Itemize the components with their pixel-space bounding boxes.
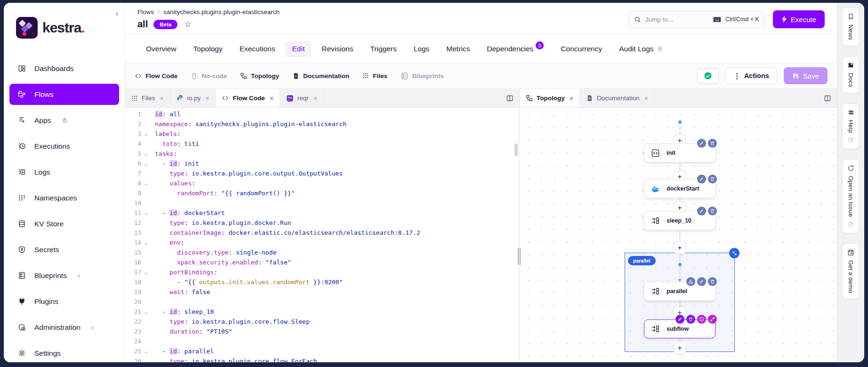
code-line[interactable]: 1id: all [125, 109, 519, 119]
close-icon[interactable]: × [644, 95, 648, 102]
code-line[interactable]: 4 toto: titi [125, 139, 519, 149]
sidebar-item-executions[interactable]: Executions [9, 136, 119, 157]
fold-chevron-icon[interactable]: ⌄ [141, 178, 151, 188]
editor-scrollbar[interactable] [514, 144, 518, 156]
tab-edit[interactable]: Edit [285, 41, 311, 57]
close-icon[interactable]: × [160, 95, 164, 102]
tab-revisions[interactable]: Revisions [315, 41, 360, 57]
code-line[interactable]: 9 randomPort: "{{ randomPort() }}" [125, 188, 519, 198]
code-line[interactable]: 20 [125, 297, 519, 307]
topology-canvas[interactable]: parallel + init+ dockerStart+ sleep_10+ … [520, 108, 837, 362]
task-node-sleep_10[interactable]: sleep_10 [644, 211, 715, 230]
code-line[interactable]: 6⌄ - id: init [125, 159, 519, 168]
code-line[interactable]: 10 [125, 198, 519, 208]
task-node-init[interactable]: init [644, 144, 715, 162]
tab-triggers[interactable]: Triggers [363, 41, 403, 57]
toolbar-view-files[interactable]: Files [362, 72, 387, 80]
editor-tab-flow-code[interactable]: Flow Code× [216, 89, 280, 107]
save-button[interactable]: Save [784, 67, 828, 84]
tab-dependencies[interactable]: Dependencies0 [480, 41, 550, 57]
fold-chevron-icon[interactable]: ⌄ [141, 267, 151, 277]
code-line[interactable]: 17⌄ portBindings: [125, 267, 519, 277]
close-icon[interactable]: × [205, 95, 209, 102]
code-line[interactable]: 18 - "{{ outputs.init.values.randomPort … [125, 277, 519, 287]
code-line[interactable]: 26 type: io.kestra.plugin.core.flow.ForE… [125, 356, 519, 362]
split-icon[interactable] [824, 95, 831, 102]
editbox-action-icon[interactable] [697, 315, 706, 324]
task-node-subflow[interactable]: subflow [644, 319, 715, 338]
cluster-badge[interactable]: parallel [628, 256, 656, 265]
task-node-parallel[interactable]: parallel [644, 282, 715, 301]
rail-news[interactable]: News [842, 8, 860, 46]
warn-action-icon[interactable] [686, 277, 695, 286]
split-icon[interactable] [506, 95, 514, 102]
sidebar-item-kv-store[interactable]: KV Store [9, 213, 119, 234]
code-line[interactable]: 25⌄ - id: parallel [125, 346, 519, 356]
sidebar-item-logs[interactable]: Logs [9, 161, 119, 183]
code-line[interactable]: 21⌄ - id: sleep_10 [125, 307, 519, 317]
fold-chevron-icon[interactable]: ⌄ [141, 129, 151, 139]
editor-tab-reqr[interactable]: reqr× [280, 89, 324, 107]
breadcrumb-flows[interactable]: Flows [137, 8, 154, 16]
pencil-action-icon[interactable] [675, 315, 684, 324]
expand-action-icon[interactable] [708, 315, 717, 324]
fold-chevron-icon[interactable]: ⌄ [141, 238, 151, 247]
close-icon[interactable]: × [570, 95, 573, 102]
trash-action-icon[interactable] [708, 139, 717, 148]
tab-executions[interactable]: Executions [233, 41, 282, 57]
toolbar-view-blueprints[interactable]: Blueprints [401, 72, 444, 80]
trash-action-icon[interactable] [708, 175, 717, 184]
execute-button[interactable]: Execute [773, 10, 825, 28]
fold-chevron-icon[interactable]: ⌄ [141, 159, 151, 168]
fold-chevron-icon[interactable]: ⌄ [141, 149, 151, 159]
trash-action-icon[interactable] [708, 207, 717, 215]
rail-docs[interactable]: Docs [842, 56, 860, 93]
code-line[interactable]: 19 wait: false [125, 287, 519, 297]
validation-status-button[interactable] [697, 68, 719, 84]
close-icon[interactable]: × [313, 95, 317, 102]
fold-chevron-icon[interactable]: ⌄ [141, 346, 151, 356]
sidebar-collapse-icon[interactable]: ‹ [116, 9, 118, 17]
sidebar-item-apps[interactable]: Apps [9, 110, 119, 131]
sidebar-item-flows[interactable]: Flows [9, 84, 119, 105]
rail-help[interactable]: Help [842, 104, 860, 150]
code-line[interactable]: 7 type: io.kestra.plugin.core.output.Out… [125, 168, 519, 178]
tab-audit-logs[interactable]: Audit Logs [612, 41, 669, 57]
fold-chevron-icon[interactable]: ⌄ [141, 208, 151, 218]
topology-tab-topology[interactable]: Topology× [520, 89, 580, 107]
tab-topology[interactable]: Topology [187, 41, 229, 57]
pencil-action-icon[interactable] [697, 175, 706, 184]
cluster-collapse-button[interactable] [729, 248, 739, 258]
code-line[interactable]: 13 containerImage: docker.elastic.co/ela… [125, 228, 519, 238]
code-line[interactable]: 24 [125, 336, 519, 346]
toolbar-view-flow-code[interactable]: Flow Code [135, 72, 177, 80]
code-line[interactable]: 14⌄ env: [125, 238, 519, 247]
toolbar-view-topology[interactable]: Topology [240, 72, 279, 80]
code-line[interactable]: 3⌄labels: [125, 129, 519, 139]
sidebar-item-plugins[interactable]: Plugins [9, 291, 119, 312]
breadcrumb-namespace[interactable]: sanitychecks.plugins.plugin-elasticsearc… [163, 8, 280, 16]
editor-tab-io-py[interactable]: io.py× [170, 89, 216, 107]
sidebar-item-namespaces[interactable]: Namespaces [9, 187, 119, 208]
pane-resize-handle[interactable] [518, 248, 522, 265]
code-line[interactable]: 8⌄ values: [125, 178, 519, 188]
code-line[interactable]: 11⌄ - id: dockerStart [125, 208, 519, 218]
toolbar-view-no-code[interactable]: No-code [191, 72, 227, 80]
code-line[interactable]: 16 xpack.security.enabled: "false" [125, 257, 519, 267]
tab-concurrency[interactable]: Concurrency [554, 41, 609, 57]
kestra-logo[interactable]: kestra. [16, 17, 125, 39]
task-node-dockerStart[interactable]: dockerStart [644, 179, 715, 198]
code-line[interactable]: 23 duration: "PT10S" [125, 327, 519, 336]
pencil-action-icon[interactable] [697, 277, 706, 286]
toolbar-view-documentation[interactable]: Documentation [292, 72, 349, 80]
topology-tab-documentation[interactable]: Documentation× [580, 89, 655, 107]
sidebar-item-settings[interactable]: Settings [9, 343, 119, 362]
rail-open-an-issue[interactable]: Open an Issue [842, 159, 860, 233]
sidebar-item-dashboards[interactable]: Dashboards [9, 58, 119, 79]
jump-to-search[interactable]: Jump to... Ctrl/Cmd + K [628, 11, 765, 28]
sidebar-item-blueprints[interactable]: Blueprints› [9, 265, 119, 286]
actions-button[interactable]: ⋮ Actions [725, 67, 777, 84]
trash-action-icon[interactable] [708, 277, 717, 286]
code-line[interactable]: 22 type: io.kestra.plugin.core.flow.Slee… [125, 317, 519, 327]
fold-chevron-icon[interactable]: ⌄ [141, 307, 151, 317]
